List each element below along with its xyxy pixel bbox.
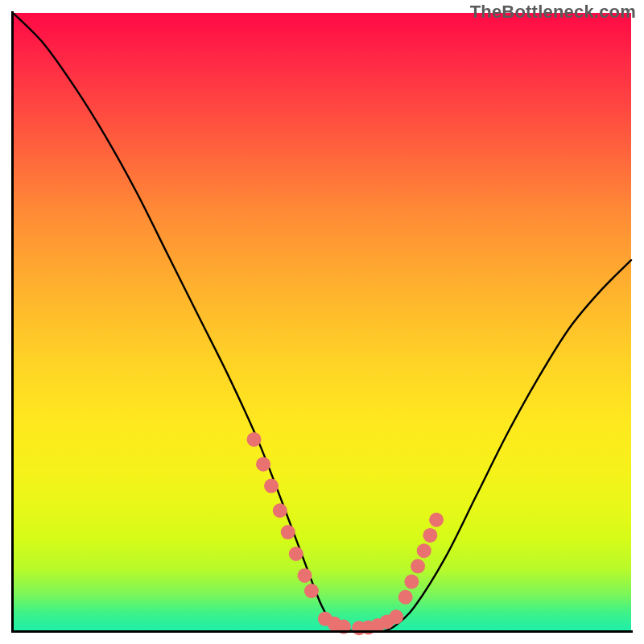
chart-svg-overlay	[13, 13, 631, 631]
marker-cluster-right	[398, 513, 444, 605]
chart-marker	[289, 547, 303, 561]
watermark-text: TheBottleneck.com	[470, 2, 636, 23]
chart-marker	[429, 513, 444, 527]
chart-marker	[423, 528, 437, 543]
chart-marker	[304, 584, 319, 598]
chart-marker	[247, 432, 262, 447]
chart-marker	[297, 568, 312, 583]
chart-marker	[417, 543, 431, 558]
y-axis	[11, 11, 14, 633]
x-axis	[11, 630, 633, 633]
chart-marker	[273, 503, 287, 518]
chart-marker	[281, 525, 295, 539]
chart-marker	[264, 479, 279, 493]
marker-cluster-left	[247, 432, 319, 598]
chart-marker	[389, 609, 403, 624]
chart-marker	[404, 575, 419, 589]
chart-marker	[256, 457, 270, 472]
chart-marker	[398, 590, 413, 605]
chart-container: TheBottleneck.com	[0, 0, 644, 644]
chart-marker	[411, 559, 425, 573]
chart-curve	[13, 13, 631, 632]
